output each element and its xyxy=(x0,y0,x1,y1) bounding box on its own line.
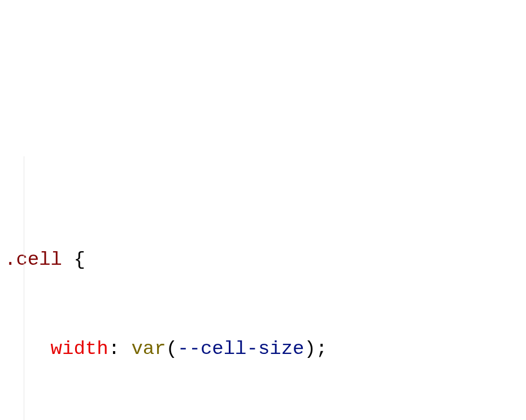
code-editor[interactable]: .cell { width: var(--cell-size); height:… xyxy=(0,126,516,420)
css-function: var xyxy=(131,338,166,360)
code-line-selector: .cell { xyxy=(0,245,516,275)
indent-guide xyxy=(24,156,24,420)
css-property: width xyxy=(51,338,108,360)
css-custom-property: --cell-size xyxy=(177,338,304,360)
code-line-decl: width: var(--cell-size); xyxy=(0,334,516,364)
open-brace: { xyxy=(62,249,85,270)
css-selector: .cell xyxy=(5,249,62,270)
